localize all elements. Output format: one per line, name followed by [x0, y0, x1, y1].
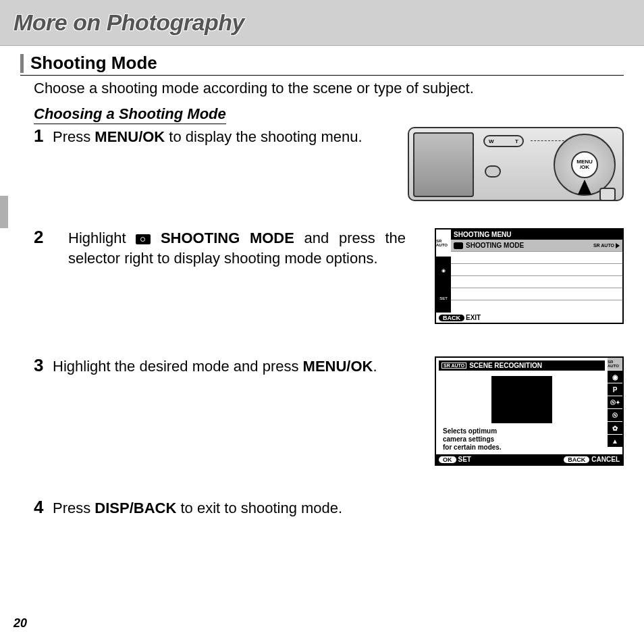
footer-label: CANCEL: [591, 456, 620, 463]
lcd-row-empty: [451, 288, 622, 300]
mode-list-strip: SR AUTO ◉ P Ⓝ✦ Ⓝ ✿ ▲: [608, 358, 622, 454]
camera-button-icon: [485, 165, 501, 178]
step-text: Press MENU/OK to display the shooting me…: [53, 127, 394, 147]
step-2: 2 Highlight SHOOTING MODE and press the …: [34, 228, 624, 324]
camera-icon: [136, 234, 151, 244]
section-title: Shooting Mode: [30, 53, 157, 74]
lcd-row-empty: [451, 300, 622, 313]
lcd-row-empty: [451, 264, 622, 276]
lcd-screen-icon: [413, 132, 474, 197]
step-number: 4: [34, 498, 53, 516]
step-1: 1 Press MENU/OK to display the shooting …: [34, 127, 624, 201]
camera-diagram: W T MENU /OK: [408, 127, 624, 201]
mode-description: Selects optimum camera settings for cert…: [439, 427, 605, 452]
desc-line: camera settings: [443, 435, 601, 444]
lcd-row-value: SR AUTO: [593, 243, 620, 248]
ok-pill-icon: OK: [439, 456, 456, 463]
mode-item-mountain-icon: ▲: [608, 435, 622, 448]
chapter-title: More on Photography: [14, 9, 244, 36]
steps-list: 1 Press MENU/OK to display the shooting …: [34, 127, 624, 518]
step-4: 4 Press DISP/BACK to exit to shooting mo…: [34, 498, 624, 518]
zoom-wide-label: W: [489, 138, 494, 144]
button-label-ref: MENU/OK: [95, 128, 165, 145]
subsection-heading: Choosing a Shooting Mode: [34, 105, 226, 124]
back-pill-icon: BACK: [439, 315, 464, 321]
disp-back-button-icon: [599, 188, 616, 201]
lcd-tab-setup-icon: SET: [436, 285, 451, 313]
mode-item-natural-icon: Ⓝ: [608, 409, 622, 422]
value-text: SR AUTO: [593, 243, 614, 248]
step-number: 1: [34, 127, 53, 144]
zoom-rocker-icon: W T: [483, 135, 524, 147]
step-number: 2: [34, 228, 53, 246]
zoom-tele-label: T: [515, 138, 518, 144]
mode-preview-thumbnail: [491, 376, 552, 423]
camera-icon: [454, 242, 463, 249]
section-intro-text: Choose a shooting mode according to the …: [34, 80, 624, 97]
lcd-shooting-menu: SR AUTO ◉ SET SHOOTING MENU SHOOTING MOD…: [435, 228, 624, 324]
text-fragment: .: [373, 358, 377, 375]
mode-item-selected: SR AUTO: [608, 358, 622, 371]
section-heading: Shooting Mode: [20, 53, 624, 76]
step-text: Highlight the desired mode and press MEN…: [53, 356, 421, 377]
mode-item-flower-icon: ✿: [608, 422, 622, 435]
lcd-tab-camera-icon: ◉: [436, 257, 451, 285]
step-number: 3: [34, 356, 53, 374]
lcd-footer: BACK EXIT: [436, 313, 622, 323]
desc-line: Selects optimum: [443, 427, 601, 435]
lcd-footer: OK SET BACK CANCEL: [436, 454, 622, 464]
text-fragment: Press: [53, 500, 95, 516]
text-fragment: Highlight: [68, 230, 136, 246]
lcd-row-selected: SHOOTING MODE SR AUTO: [451, 240, 622, 252]
mode-item: P: [608, 383, 622, 396]
text-fragment: Highlight the desired mode and press: [53, 358, 303, 375]
lcd-tab-strip: SR AUTO ◉ SET: [436, 230, 451, 313]
desc-line: for certain modes.: [443, 444, 601, 452]
page-content: Shooting Mode Choose a shooting mode acc…: [0, 46, 644, 518]
back-pill-icon: BACK: [564, 456, 589, 463]
lcd-mode-title: SR AUTO SCENE RECOGNITION: [439, 360, 605, 371]
step-text: Press DISP/BACK to exit to shooting mode…: [53, 498, 610, 518]
lcd-tab: SR AUTO: [436, 230, 451, 257]
arrow-up-icon: [578, 180, 591, 194]
chevron-right-icon: [616, 243, 620, 248]
lcd-row-empty: [451, 252, 622, 264]
footer-label: EXIT: [466, 314, 481, 321]
chapter-header: More on Photography: [0, 0, 644, 46]
mode-item-camera-icon: ◉: [608, 371, 622, 383]
step-3: 3 Highlight the desired mode and press M…: [34, 356, 624, 466]
page-number: 20: [14, 616, 27, 630]
button-label-ref: DISP/BACK: [95, 500, 176, 516]
menu-ok-button-icon: MENU /OK: [571, 151, 598, 178]
button-label-ref: MENU/OK: [303, 358, 373, 375]
text-fragment: Press: [53, 128, 95, 145]
lcd-menu-title: SHOOTING MENU: [451, 230, 622, 240]
lcd-mode-select: SR AUTO SCENE RECOGNITION Selects optimu…: [435, 356, 624, 466]
text-fragment: to exit to shooting mode.: [176, 500, 342, 516]
heading-accent-bar: [20, 54, 24, 73]
mode-item-natural-flash-icon: Ⓝ✦: [608, 396, 622, 409]
menu-item-ref: SHOOTING MODE: [161, 230, 294, 246]
page-edge-tab: [0, 196, 8, 228]
text-fragment: to display the shooting menu.: [165, 128, 362, 145]
sr-auto-badge: SR AUTO: [441, 363, 466, 369]
footer-label: SET: [458, 456, 471, 463]
step-text: Highlight SHOOTING MODE and press the se…: [68, 228, 406, 268]
lcd-mode-title-text: SCENE RECOGNITION: [469, 362, 542, 369]
lcd-row-empty: [451, 276, 622, 288]
lcd-row-label: SHOOTING MODE: [466, 242, 524, 249]
